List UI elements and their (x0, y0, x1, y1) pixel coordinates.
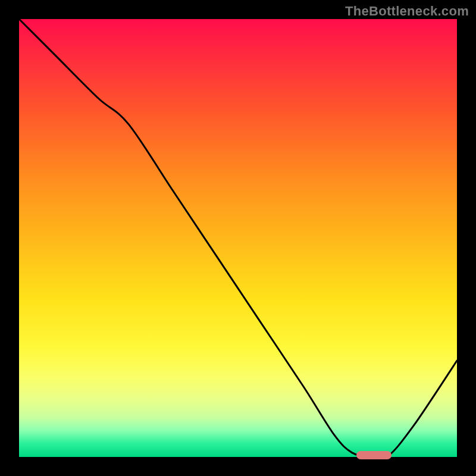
watermark-text: TheBottleneck.com (345, 4, 469, 19)
chart-frame: TheBottleneck.com (0, 0, 476, 476)
optimal-range-marker (356, 451, 392, 459)
bottleneck-curve (19, 19, 457, 457)
plot-area (19, 19, 457, 457)
